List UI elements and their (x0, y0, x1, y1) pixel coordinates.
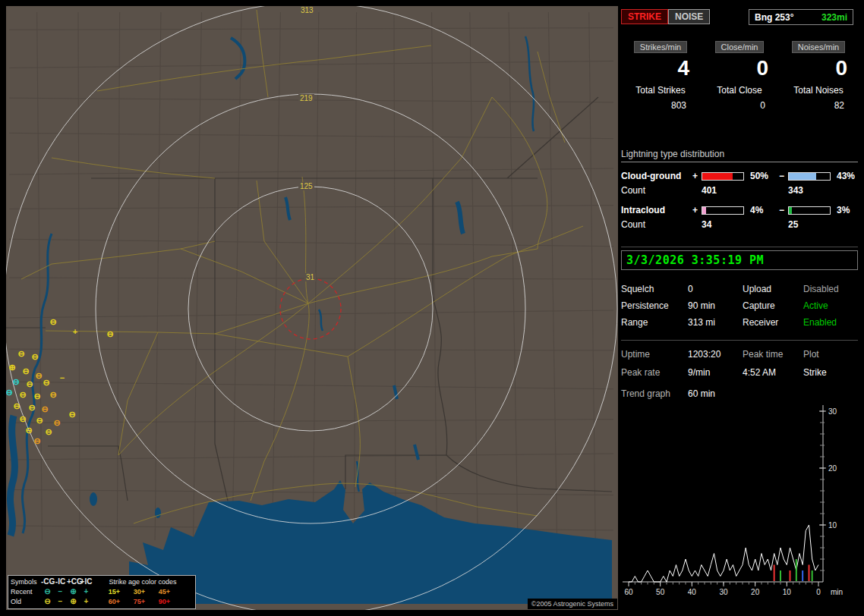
stat-column: Close/min0Total Close0 (700, 41, 779, 111)
rate-value: 0 (779, 56, 858, 83)
distribution-type-label: Cloud-ground (621, 171, 692, 181)
status-value: Disabled (803, 284, 858, 294)
noise-toggle-button[interactable]: NOISE (668, 9, 710, 24)
legend-age-code: 45+ (152, 588, 177, 596)
strike-symbol-cgp: ⊕ (8, 363, 15, 372)
status-label: Capture (743, 300, 803, 311)
positive-percent: 4% (747, 205, 779, 215)
legend-age-code: 30+ (127, 588, 152, 596)
legend-symbol: ⊖ (41, 597, 54, 605)
positive-bar (702, 206, 744, 215)
legend-age-code: 90+ (152, 598, 177, 605)
legend-symbol: ⊖ (41, 587, 54, 596)
datetime-display: 3/3/2026 3:35:19 PM (621, 250, 858, 270)
uptime-label: Plot (803, 349, 858, 360)
uptime-label: Peak time (743, 349, 803, 360)
legend-row-label: Recent (11, 588, 41, 596)
positive-bar-fill (702, 207, 706, 214)
trend-axis-label: 30 (719, 588, 728, 596)
trend-axis-label: 40 (688, 588, 697, 596)
uptime-label: Uptime (621, 349, 688, 360)
trend-axis-label: 0 (816, 588, 821, 596)
range-ring-label: 313 (299, 6, 315, 14)
status-value: 313 mi (688, 317, 743, 328)
uptime-info: Uptime1203:20Peak timePlotPeak rate9/min… (621, 349, 858, 378)
strike-symbol-cgn: ⊖ (12, 378, 19, 386)
trend-axis-label: 20 (751, 588, 760, 596)
positive-count: 34 (702, 219, 747, 230)
legend-age-title: Strike age color codes (93, 578, 193, 586)
strike-symbol-cgn: ⊖ (49, 391, 56, 399)
lake (155, 508, 161, 518)
rate-value: 0 (700, 56, 779, 83)
top-controls: STRIKE NOISE Bng 253° 323mi (621, 9, 858, 27)
negative-bar-fill (789, 207, 792, 214)
trend-axis-label: 50 (656, 588, 665, 596)
trend-graph-window: 60 min (688, 388, 715, 399)
strike-symbol-cgn: ⊖ (26, 380, 33, 388)
strike-symbol-cgn: ⊖ (19, 391, 26, 399)
negative-sign: − (779, 171, 788, 181)
strike-symbol-cgn: ⊖ (28, 404, 35, 412)
range-ring-label: 125 (298, 182, 314, 190)
app-window: 31321912531 ⊖+⊖⊖⊖⊕⊖⊖⊖⊖⊖⊖⊖⊖⊖⊖⊖⊖⊖⊖⊖⊖⊖⊖⊖− S… (0, 0, 864, 616)
count-label: Count (621, 219, 692, 230)
status-label: Upload (743, 284, 803, 294)
map-legend: Symbols-CG-IC+CG+ICStrike age color code… (8, 575, 196, 609)
trend-axis-label: min (831, 588, 843, 596)
strike-symbol-cgn: ⊖ (25, 426, 32, 435)
legend-column-header: -IC (54, 577, 67, 586)
bearing-distance: 323mi (821, 12, 847, 23)
strike-symbol-icn: − (60, 374, 65, 382)
range-ring-label: 31 (304, 273, 316, 281)
negative-bar (788, 172, 831, 181)
uptime-label: Peak rate (621, 367, 688, 378)
trend-graph-header: Trend graph60 min (621, 388, 715, 399)
legend-symbol: ⊕ (67, 587, 80, 596)
distribution-count-row: Count401343 (621, 183, 858, 198)
uptime-value: 9/min (688, 367, 743, 378)
uptime-value: 1203:20 (688, 349, 743, 360)
strike-symbol-cgn: ⊖ (53, 419, 60, 427)
strike-toggle-button[interactable]: STRIKE (621, 9, 668, 24)
rate-header: Strikes/min (634, 41, 687, 53)
negative-bar (788, 206, 831, 215)
range-ring-label: 219 (298, 94, 314, 102)
rate-statistics: Strikes/min4Total Strikes803Close/min0To… (621, 41, 858, 111)
strike-symbol-cgn: ⊖ (13, 402, 20, 410)
status-value: Enabled (803, 317, 858, 328)
legend-column-header: +CG (67, 577, 80, 586)
strike-symbol-cgn: ⊖ (22, 367, 29, 376)
negative-sign: − (779, 205, 788, 215)
strike-symbol-cgn: ⊖ (17, 350, 24, 358)
status-value: 90 min (688, 300, 743, 311)
status-panel: STRIKE NOISE Bng 253° 323mi Strikes/min4… (621, 6, 858, 610)
uptime-value: 4:52 AM (743, 367, 803, 378)
lightning-map[interactable]: 31321912531 ⊖+⊖⊖⊖⊕⊖⊖⊖⊖⊖⊖⊖⊖⊖⊖⊖⊖⊖⊖⊖⊖⊖⊖⊖− S… (6, 6, 618, 610)
negative-count: 25 (788, 219, 834, 230)
bearing-value: Bng 253° (755, 12, 793, 23)
strike-symbol-cgn: ⊖ (49, 318, 56, 326)
strike-symbol-cgn: ⊖ (68, 410, 75, 419)
negative-count: 343 (788, 185, 834, 196)
trend-graph: 1020306050403020100min (621, 404, 858, 605)
legend-row: Old⊖−⊕+60+75+90+ (11, 596, 193, 606)
total-label: Total Noises (779, 85, 858, 96)
legend-column-header: +IC (80, 577, 93, 586)
trend-axis-label: 10 (783, 588, 792, 596)
legend-symbol: + (80, 597, 93, 605)
legend-age-code: 60+ (102, 598, 127, 605)
trend-axis-label: 10 (828, 521, 837, 530)
legend-symbol: − (54, 597, 67, 605)
distribution-type-label: Intracloud (621, 205, 692, 215)
rate-header: Noises/min (792, 41, 845, 53)
legend-symbol: − (54, 587, 67, 596)
legend-symbols-title: Symbols (11, 578, 41, 586)
lake (90, 492, 97, 506)
rate-header: Close/min (715, 41, 765, 53)
count-label: Count (621, 185, 692, 196)
legend-header-row: Symbols-CG-IC+CG+ICStrike age color code… (11, 577, 193, 586)
receiver-status: Squelch0UploadDisabledPersistence90 minC… (621, 284, 858, 328)
status-label: Persistence (621, 300, 688, 311)
rate-value: 4 (621, 56, 700, 83)
